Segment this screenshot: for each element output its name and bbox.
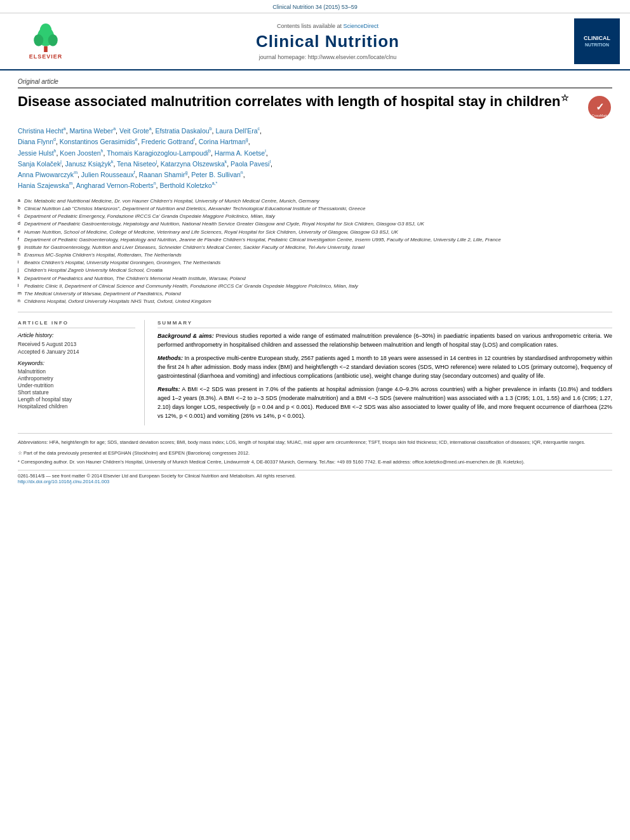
received-date: Received 5 August 2013: [18, 341, 135, 347]
article-title: Disease associated malnutrition correlat…: [18, 92, 579, 111]
background-label: Background & aims:: [158, 333, 214, 339]
elsevier-label: ELSEVIER: [29, 53, 63, 60]
affiliations-section: a Div. Metabolic and Nutritional Medicin…: [18, 197, 612, 313]
keywords-label: Keywords:: [18, 360, 135, 366]
page: Clinical Nutrition 34 (2015) 53–59 ELSEV…: [0, 0, 630, 840]
authors-section: Christina Hechta, Martina Webera, Veit G…: [18, 125, 612, 191]
keyword-5: Length of hospital stay: [18, 396, 135, 403]
elsevier-logo: ELSEVIER: [27, 23, 65, 60]
doi-link[interactable]: http://dx.doi.org/10.1016/j.clnu.2014.01…: [18, 479, 612, 484]
summary-results: Results: A BMI <−2 SDS was present in 7.…: [158, 385, 612, 421]
affiliation-j: j Children's Hospital Zagreb University …: [18, 267, 612, 274]
summary-background: Background & aims: Previous studies repo…: [158, 332, 612, 350]
main-content: Original article Disease associated maln…: [0, 70, 630, 492]
affiliation-d: d Department of Paediatric Gastroenterol…: [18, 220, 612, 227]
affiliation-n: n Childrens Hospital, Oxford University …: [18, 298, 612, 305]
keyword-4: Short stature: [18, 389, 135, 396]
summary-methods: Methods: In a prospective multi-centre E…: [158, 354, 612, 381]
svg-text:CrossMark: CrossMark: [592, 114, 608, 117]
affiliation-l: l Pediatric Clinic II, Department of Cli…: [18, 283, 612, 290]
keyword-2: Anthropometry: [18, 375, 135, 382]
copyright-text: 0261-5614/$ — see front matter © 2014 El…: [18, 473, 612, 479]
two-column-section: ARTICLE INFO Article history: Received 5…: [18, 320, 612, 425]
abbreviations-text: HFA, height/length for age; SDS, standar…: [50, 439, 586, 445]
results-label: Results:: [158, 386, 180, 392]
affiliation-a: a Div. Metabolic and Nutritional Medicin…: [18, 197, 612, 204]
affiliation-i: i Beatrix Children's Hospital, Universit…: [18, 259, 612, 266]
summary-header: SUMMARY: [158, 320, 612, 328]
affiliation-f: f Department of Pediatric Gastroenterolo…: [18, 236, 612, 243]
methods-label: Methods:: [158, 355, 183, 361]
svg-rect-0: [44, 46, 48, 51]
affiliation-b: b Clinical Nutrition Lab "Christos Mantz…: [18, 205, 612, 212]
affiliation-m: m The Medical University of Warsaw, Depa…: [18, 290, 612, 297]
methods-text: In a prospective multi-centre European s…: [158, 355, 612, 379]
article-type: Original article: [18, 78, 612, 88]
abbreviations: Abbreviations: HFA, height/length for ag…: [18, 439, 612, 446]
copyright-section: 0261-5614/$ — see front matter © 2014 El…: [18, 470, 612, 484]
journal-homepage: journal homepage: http://www.elsevier.co…: [84, 54, 572, 60]
affiliation-g: g Institute for Gastroenterology, Nutrit…: [18, 244, 612, 251]
journal-center: Contents lists available at ScienceDirec…: [84, 23, 572, 60]
article-info-header: ARTICLE INFO: [18, 320, 135, 328]
citation-text: Clinical Nutrition 34 (2015) 53–59: [272, 4, 358, 10]
keyword-3: Under-nutrition: [18, 382, 135, 389]
keyword-6: Hospitalized children: [18, 403, 135, 410]
svg-text:✓: ✓: [596, 102, 604, 112]
keyword-1: Malnutrition: [18, 368, 135, 375]
corresponding-note: * Corresponding author. Dr. von Hauner C…: [18, 458, 612, 465]
elsevier-tree-icon: [27, 23, 65, 52]
abbreviations-label: Abbreviations:: [18, 439, 48, 445]
star-note: ☆ Part of the data previously presented …: [18, 450, 612, 457]
summary-column: SUMMARY Background & aims: Previous stud…: [158, 320, 612, 425]
affiliation-h: h Erasmus MC-Sophia Children's Hospital,…: [18, 251, 612, 258]
accepted-date: Accepted 6 January 2014: [18, 349, 135, 355]
sciencedirect-link: Contents lists available at ScienceDirec…: [84, 23, 572, 29]
sciencedirect-url[interactable]: ScienceDirect: [344, 23, 379, 29]
article-info-column: ARTICLE INFO Article history: Received 5…: [18, 320, 145, 425]
journal-header: ELSEVIER Contents lists available at Sci…: [0, 13, 630, 70]
background-text: Previous studies reported a wide range o…: [158, 333, 612, 348]
elsevier-logo-section: ELSEVIER: [8, 23, 84, 60]
crossmark-icon: ✓ CrossMark: [587, 95, 612, 120]
journal-logo-right: CLINICAL NUTRITION: [572, 18, 622, 64]
journal-logo-box: CLINICAL NUTRITION: [574, 18, 620, 64]
footer-section: Abbreviations: HFA, height/length for ag…: [18, 433, 612, 484]
citation-bar: Clinical Nutrition 34 (2015) 53–59: [0, 0, 630, 13]
article-history-label: Article history:: [18, 332, 135, 338]
svg-point-4: [40, 23, 52, 38]
affiliation-k: k Department of Paediatrics and Nutritio…: [18, 275, 612, 282]
article-title-section: Disease associated malnutrition correlat…: [18, 92, 612, 120]
affiliation-c: c Department of Pediatric Emergency, Fon…: [18, 213, 612, 220]
results-text: A BMI <−2 SDS was present in 7.0% of the…: [158, 386, 612, 419]
affiliation-e: e Human Nutrition, School of Medicine, C…: [18, 229, 612, 236]
journal-title: Clinical Nutrition: [84, 32, 572, 51]
